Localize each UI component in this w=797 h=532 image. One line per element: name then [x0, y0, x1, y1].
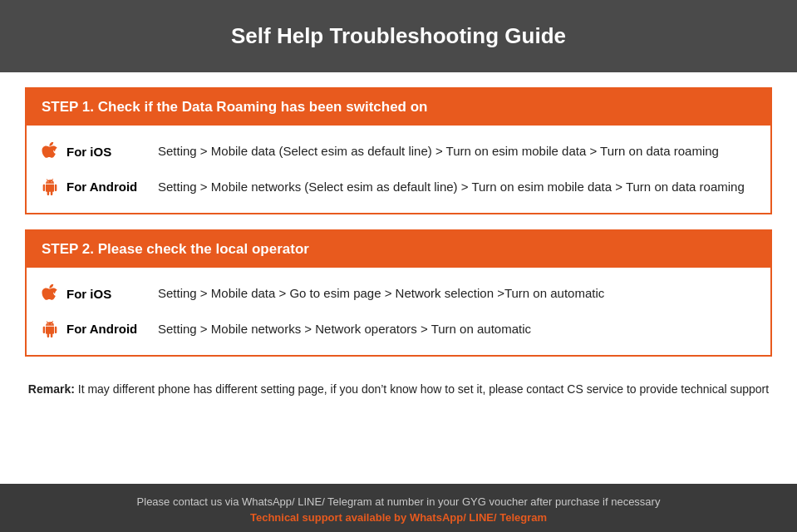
step1-ios-row: For iOS Setting > Mobile data (Select es… [27, 134, 770, 170]
step1-title: STEP 1. Check if the Data Roaming has be… [42, 99, 427, 115]
step1-android-label-text: For Android [66, 180, 137, 194]
step1-block: STEP 1. Check if the Data Roaming has be… [25, 87, 772, 214]
step1-ios-instruction: Setting > Mobile data (Select esim as de… [158, 142, 719, 161]
footer: Please contact us via WhatsApp/ LINE/ Te… [0, 484, 797, 532]
step2-body: For iOS Setting > Mobile data > Go to es… [27, 268, 770, 355]
apple-icon-2 [42, 284, 60, 303]
step2-title: STEP 2. Please check the local operator [42, 241, 309, 257]
step1-ios-label: For iOS [42, 142, 158, 160]
remark-text: It may different phone has different set… [75, 382, 769, 396]
apple-icon [42, 142, 60, 160]
step2-ios-instruction: Setting > Mobile data > Go to esim page … [158, 284, 604, 303]
page-title: Self Help Troubleshooting Guide [17, 23, 780, 49]
remark-label: Remark: [28, 382, 75, 396]
step2-ios-label: For iOS [42, 284, 158, 303]
step2-ios-row: For iOS Setting > Mobile data > Go to es… [27, 276, 770, 312]
step2-block: STEP 2. Please check the local operator … [25, 229, 772, 357]
step2-android-instruction: Setting > Mobile networks > Network oper… [158, 320, 531, 339]
step1-header: STEP 1. Check if the Data Roaming has be… [27, 89, 770, 126]
step1-ios-label-text: For iOS [66, 145, 111, 159]
step2-android-label: For Android [42, 320, 158, 338]
page-header: Self Help Troubleshooting Guide [0, 0, 797, 72]
main-content: STEP 1. Check if the Data Roaming has be… [0, 72, 797, 484]
android-icon-2 [42, 320, 60, 338]
step1-android-instruction: Setting > Mobile networks (Select esim a… [158, 178, 745, 197]
step2-android-label-text: For Android [66, 322, 137, 336]
step1-android-row: For Android Setting > Mobile networks (S… [27, 170, 770, 205]
footer-support-text: Technical support available by WhatsApp/… [17, 511, 780, 524]
android-icon-1 [42, 178, 60, 196]
footer-contact-text: Please contact us via WhatsApp/ LINE/ Te… [17, 495, 780, 508]
step1-body: For iOS Setting > Mobile data (Select es… [27, 126, 770, 213]
step2-ios-label-text: For iOS [66, 287, 111, 301]
remark-section: Remark: It may different phone has diffe… [25, 372, 772, 410]
step2-android-row: For Android Setting > Mobile networks > … [27, 312, 770, 347]
step1-android-label: For Android [42, 178, 158, 196]
step2-header: STEP 2. Please check the local operator [27, 231, 770, 268]
